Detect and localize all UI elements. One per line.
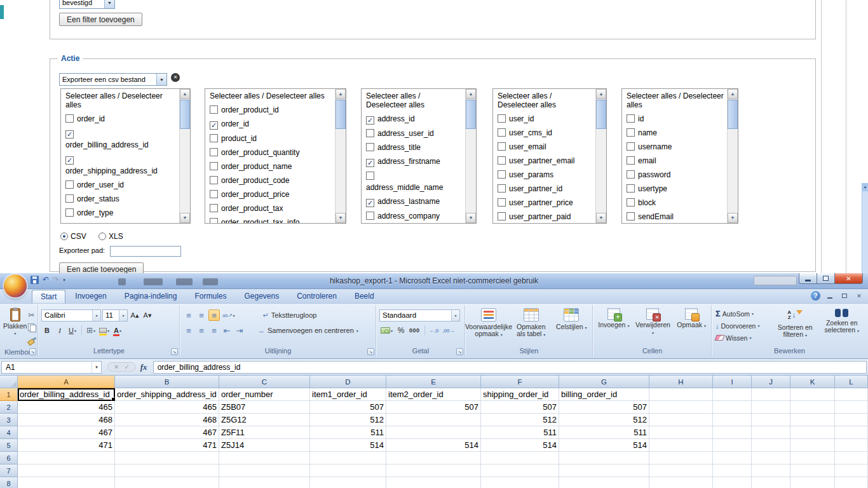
cell-D8[interactable]: [310, 477, 386, 488]
cell-C7[interactable]: [219, 464, 310, 477]
cell-F6[interactable]: [481, 452, 559, 464]
field-option[interactable]: order_product_quantity: [210, 148, 332, 158]
scrollbar[interactable]: ▲▼: [179, 89, 190, 223]
tab-invoegen[interactable]: Invoegen: [67, 290, 114, 303]
cell-E2[interactable]: 507: [386, 401, 481, 414]
field-option[interactable]: ✓order_billing_address_id: [65, 128, 177, 150]
cell-G5[interactable]: 514: [559, 439, 649, 452]
column-header-G[interactable]: G: [559, 376, 649, 388]
sort-filter-button[interactable]: AZ↓ Sorteren en filteren ▾: [773, 307, 818, 347]
checkbox-icon[interactable]: [65, 208, 74, 217]
checkbox-icon[interactable]: [210, 190, 218, 198]
close-button[interactable]: ✕: [835, 273, 863, 284]
field-option[interactable]: order_status: [65, 194, 177, 204]
column-header-J[interactable]: J: [752, 376, 790, 388]
scroll-down-icon[interactable]: ▼: [336, 213, 346, 223]
scroll-up-icon[interactable]: ▲: [336, 89, 346, 99]
cell-D1[interactable]: item1_order_id: [310, 388, 386, 401]
tab-formules[interactable]: Formules: [186, 290, 234, 303]
titlebar[interactable]: ↶ ↷ ▾ hikashop_export-1 - Microsoft Exce…: [0, 273, 868, 289]
qat-dropdown-icon[interactable]: ▾: [63, 278, 65, 283]
cell-F8[interactable]: [481, 477, 559, 488]
cell-F4[interactable]: 511: [481, 426, 559, 439]
increase-decimal-button[interactable]: ←,0: [428, 325, 440, 336]
cell-L8[interactable]: [835, 477, 868, 488]
cell-F2[interactable]: 507: [481, 401, 559, 414]
checkbox-icon[interactable]: [627, 212, 635, 220]
field-option[interactable]: order_product_id: [210, 105, 332, 115]
cell-H8[interactable]: [649, 477, 713, 488]
checkbox-icon[interactable]: [498, 184, 506, 193]
select-all-toggle[interactable]: Selecteer alles / Deselecteer alles: [366, 92, 463, 109]
cell-K5[interactable]: [790, 439, 835, 452]
field-option[interactable]: user_params: [498, 170, 593, 180]
cell-H2[interactable]: [649, 401, 713, 414]
percent-format-button[interactable]: %: [395, 325, 407, 336]
find-select-button[interactable]: Zoeken en selecteren ▾: [819, 307, 865, 347]
cell-G8[interactable]: [559, 477, 649, 488]
field-option[interactable]: order_product_name: [210, 162, 332, 172]
workbook-restore-button[interactable]: [839, 292, 850, 301]
column-header-B[interactable]: B: [115, 376, 219, 388]
checkbox-icon[interactable]: [498, 114, 506, 123]
dialog-launcher-icon[interactable]: ↘: [367, 348, 374, 355]
field-option[interactable]: ✓order_shipping_address_id: [65, 154, 177, 176]
dialog-launcher-icon[interactable]: ↘: [171, 348, 178, 355]
select-all-toggle[interactable]: Selecteer alles / Deselecteer alles: [627, 92, 724, 109]
checkbox-icon[interactable]: [498, 156, 506, 165]
select-all-toggle[interactable]: Selecteer alles / Deselecteer alles: [65, 92, 177, 109]
field-option[interactable]: sendEmail: [627, 212, 724, 222]
row-header-7[interactable]: 7: [0, 464, 18, 477]
insert-function-button[interactable]: fx: [140, 362, 147, 372]
cell-D6[interactable]: [310, 452, 386, 464]
cell-J7[interactable]: [752, 464, 790, 477]
align-left-button[interactable]: ≡: [183, 325, 194, 336]
row-header-2[interactable]: 2: [0, 401, 18, 414]
cell-C3[interactable]: Z5G12: [219, 414, 310, 426]
field-option[interactable]: ✓order_number: [65, 222, 177, 223]
increase-font-button[interactable]: A▴: [129, 309, 140, 321]
cell-J3[interactable]: [752, 414, 790, 426]
field-option[interactable]: user_partner_id: [498, 184, 593, 194]
scroll-up-icon[interactable]: ▲: [862, 183, 868, 191]
select-all-corner[interactable]: [0, 376, 18, 388]
redo-icon[interactable]: ↷: [53, 276, 59, 284]
column-header-L[interactable]: L: [835, 376, 868, 388]
clear-button[interactable]: Wissen▾: [714, 332, 771, 343]
checkbox-icon[interactable]: [498, 128, 506, 137]
cell-K6[interactable]: [790, 452, 835, 464]
field-option[interactable]: product_id: [210, 134, 332, 144]
action-type-select[interactable]: Exporteer een csv bestand ▼: [59, 73, 167, 86]
cell-K4[interactable]: [790, 426, 835, 439]
tab-start[interactable]: Start: [32, 290, 65, 303]
cell-C2[interactable]: Z5B07: [219, 401, 310, 414]
checkbox-icon[interactable]: [210, 134, 218, 142]
checkbox-icon[interactable]: [627, 184, 635, 193]
fill-handle[interactable]: [111, 397, 114, 400]
cell-I8[interactable]: [713, 477, 752, 488]
checkbox-icon[interactable]: ✓: [366, 116, 374, 125]
borders-button[interactable]: ⊞▾: [85, 325, 97, 336]
bold-button[interactable]: B: [41, 325, 53, 336]
cell-H1[interactable]: [649, 388, 713, 401]
scrollbar[interactable]: ▲▼: [335, 89, 346, 223]
cell-J5[interactable]: [752, 439, 790, 452]
field-option[interactable]: username: [627, 142, 724, 152]
checkbox-icon[interactable]: [366, 172, 374, 180]
tab-beeld[interactable]: Beeld: [346, 290, 383, 303]
cell-B3[interactable]: 468: [115, 414, 219, 426]
cell-I7[interactable]: [713, 464, 752, 477]
scroll-up-icon[interactable]: ▲: [728, 89, 738, 99]
field-option[interactable]: order_product_price: [210, 190, 332, 200]
field-option[interactable]: user_cms_id: [498, 128, 593, 138]
xls-radio[interactable]: [98, 233, 106, 240]
column-header-E[interactable]: E: [386, 376, 481, 388]
cell-I1[interactable]: [713, 388, 752, 401]
align-middle-button[interactable]: ≡: [196, 309, 207, 321]
delete-cells-button[interactable]: Verwijderen ▾: [634, 307, 673, 347]
cut-button[interactable]: ✂: [28, 309, 36, 320]
currency-format-button[interactable]: ▾: [379, 325, 394, 336]
scroll-up-icon[interactable]: ▲: [596, 89, 606, 99]
field-option[interactable]: id: [627, 114, 724, 124]
checkbox-icon[interactable]: ✓: [65, 156, 74, 165]
